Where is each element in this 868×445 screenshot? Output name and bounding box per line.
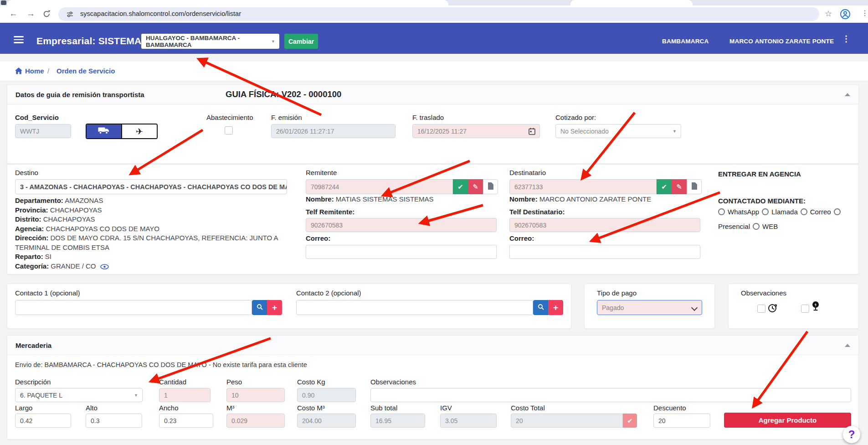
observaciones-panel-label: Observaciones <box>741 289 786 297</box>
collapse-caret-icon[interactable] <box>845 93 850 96</box>
browser-menu-icon[interactable]: ⋮ <box>861 9 868 17</box>
agregar-producto-button[interactable]: Agregar Producto <box>724 413 851 428</box>
beacon-observation-checkbox[interactable] <box>801 305 809 313</box>
remitente-doc-input[interactable]: 70987244 <box>306 179 453 194</box>
contacto2-input[interactable] <box>296 300 533 315</box>
costo-m3-input: 204.00 <box>297 414 356 428</box>
breadcrumb: Home / Orden de Servicio <box>0 62 868 81</box>
agency-menu[interactable]: BAMBAMARCA <box>662 38 709 45</box>
collapse-caret-icon[interactable] <box>845 344 850 347</box>
calendar-icon[interactable] <box>529 128 535 136</box>
ancho-input[interactable]: 0.23 <box>159 414 213 428</box>
f-emision-label: F. emisión <box>271 114 302 121</box>
contacto2-search-button[interactable] <box>533 300 548 315</box>
guide-number: GUIA FÍSICA: V202 - 0000100 <box>226 89 341 99</box>
descripcion-label: Descripción <box>15 378 51 386</box>
pencil-icon: ✎ <box>473 183 478 191</box>
check-icon: ✔ <box>627 417 633 425</box>
user-menu[interactable]: MARCO ANTONIO ZARATE PONTE <box>729 38 834 45</box>
observaciones-label: Observaciones <box>370 378 416 386</box>
contacto2-label: Contacto 2 (opcional) <box>296 289 361 297</box>
home-icon[interactable] <box>15 67 22 76</box>
whatsapp-radio[interactable] <box>718 208 725 215</box>
largo-input[interactable]: 0.42 <box>15 414 71 428</box>
profile-avatar-icon[interactable] <box>840 9 851 21</box>
destinatario-confirm-button[interactable]: ✔ <box>657 179 672 194</box>
change-branch-button[interactable]: Cambiar <box>284 34 318 49</box>
web-radio[interactable] <box>753 223 760 230</box>
remitente-confirm-button[interactable]: ✔ <box>453 179 468 194</box>
check-icon: ✔ <box>661 183 667 191</box>
eye-icon[interactable] <box>100 263 109 272</box>
reload-icon[interactable] <box>43 10 51 20</box>
f-emision-input: 26/01/2026 11:27:17 <box>271 124 395 138</box>
descuento-label: Descuento <box>653 404 686 412</box>
cotizado-select[interactable]: No Seleccionado ▼ <box>555 124 681 138</box>
m3-label: M³ <box>226 404 235 412</box>
remitente-edit-button[interactable]: ✎ <box>468 179 483 194</box>
peso-input[interactable]: 10 <box>226 388 285 402</box>
address-bar[interactable]: syscapacitacion.shalomcontrol.com/ordens… <box>58 7 819 21</box>
search-icon <box>538 304 544 311</box>
igv-label: IGV <box>440 404 452 412</box>
igv-input: 3.05 <box>440 414 497 428</box>
truck-mode-button[interactable] <box>87 124 121 138</box>
bookmark-star-icon[interactable]: ☆ <box>825 9 832 19</box>
cantidad-input[interactable]: 1 <box>159 388 211 402</box>
destinatario-edit-button[interactable]: ✎ <box>672 179 687 194</box>
contacto1-search-button[interactable] <box>252 300 267 315</box>
history-observation-checkbox[interactable] <box>757 305 765 313</box>
descuento-input[interactable]: 20 <box>653 414 710 428</box>
observaciones-input[interactable] <box>370 388 851 402</box>
help-button[interactable]: ? <box>843 426 860 443</box>
plane-mode-button[interactable]: ✈ <box>121 124 157 138</box>
breadcrumb-home-link[interactable]: Home <box>25 67 44 75</box>
browser-tab[interactable] <box>7 0 448 5</box>
remitente-nombre-line: Nombre: MATIAS SISTEMAS SISTEMAS <box>306 195 434 203</box>
check-icon: ✔ <box>457 183 463 191</box>
chevron-down-icon: ▼ <box>278 185 282 189</box>
destinatario-document-button[interactable] <box>687 179 702 194</box>
llamada-radio[interactable] <box>762 208 769 215</box>
cantidad-label: Cantidad <box>159 378 186 386</box>
envio-note: Envio de: BAMBAMARCA - CHACHAPOYAS CO DO… <box>15 361 307 368</box>
contactado-radio-row-1: WhatsApp Llamada Correo <box>718 208 841 216</box>
app-screen: ← → syscapacitacion.shalomcontrol.com/or… <box>0 0 868 445</box>
destinatario-doc-input[interactable]: 62377133 <box>509 179 657 194</box>
forward-icon[interactable]: → <box>26 9 35 19</box>
back-icon[interactable]: ← <box>9 9 18 19</box>
m3-input[interactable]: 0.029 <box>226 414 285 428</box>
correo-radio[interactable] <box>801 208 807 215</box>
kebab-menu-icon[interactable]: ⋮ <box>842 34 850 44</box>
breadcrumb-current-link[interactable]: Orden de Servicio <box>56 67 115 75</box>
descripcion-select[interactable]: 6. PAQUETE L ▼ <box>15 388 143 402</box>
breadcrumb-separator: / <box>47 67 49 75</box>
alto-input[interactable]: 0.3 <box>86 414 142 428</box>
tipo-pago-select[interactable]: Pagado <box>597 300 702 315</box>
presencial-radio[interactable] <box>834 208 841 215</box>
destinatario-correo-input[interactable] <box>509 245 700 259</box>
telf-destinatario-input[interactable]: 902670583 <box>509 218 700 232</box>
remitente-correo-input[interactable] <box>306 245 497 259</box>
hamburger-menu-icon[interactable] <box>14 34 24 45</box>
contacto1-input[interactable] <box>15 300 252 315</box>
tune-icon[interactable] <box>67 11 73 20</box>
costo-total-confirm-button[interactable]: ✔ <box>623 414 637 428</box>
pinned-tab[interactable] <box>1 0 6 5</box>
contacto1-add-button[interactable]: + <box>267 300 282 315</box>
plus-icon: + <box>553 303 558 313</box>
abastecimiento-checkbox[interactable] <box>225 126 233 135</box>
browser-tab[interactable] <box>570 0 693 5</box>
remitente-label: Remitente <box>306 169 337 176</box>
costo-total-label: Costo Total <box>511 404 545 412</box>
branch-select-value: HUALGAYOC - BAMBAMARCA - BAMBAMARCA <box>146 35 275 48</box>
f-traslado-input[interactable]: 16/12/2025 11:27 <box>412 124 540 138</box>
contactado-label: CONTACTADO MEDIANTE: <box>718 197 806 205</box>
guide-card-title: Datos de guia de remisión transportista <box>15 91 144 98</box>
contacto2-add-button[interactable]: + <box>548 300 563 315</box>
telf-remitente-input[interactable]: 902670583 <box>306 218 497 232</box>
destino-select[interactable]: 3 - AMAZONAS - CHACHAPOYAS - CHACHAPOYAS… <box>15 179 287 194</box>
remitente-document-button[interactable] <box>483 179 498 194</box>
branch-select[interactable]: HUALGAYOC - BAMBAMARCA - BAMBAMARCA ▼ <box>141 34 279 49</box>
destinatario-nombre-line: Nombre: MARCO ANTONIO ZARATE PONTE <box>509 195 651 203</box>
